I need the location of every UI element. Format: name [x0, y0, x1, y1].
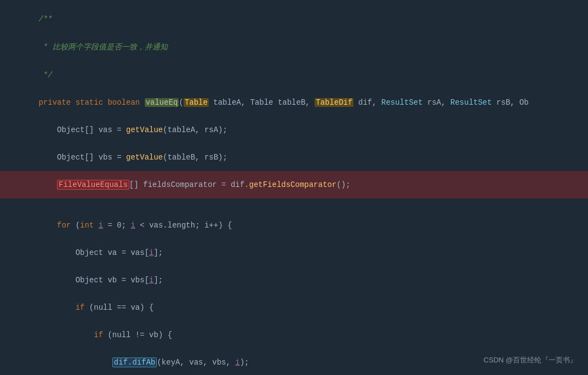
- code-line: [0, 198, 588, 212]
- code-line: Object[] vbs = getValue(tableB, rsB);: [0, 144, 588, 171]
- code-line: if (null != vb) {: [0, 321, 588, 349]
- code-line: for (int i = 0; i < vas.length; i++) {: [0, 212, 588, 239]
- code-line-highlighted: FileValueEquals[] fieldsComparator = dif…: [0, 171, 588, 198]
- code-line: Object vb = vbs[i];: [0, 266, 588, 294]
- code-line: * 比较两个字段值是否一致，并通知: [0, 33, 588, 61]
- code-line: Object[] vas = getValue(tableA, rsA);: [0, 116, 588, 144]
- watermark: CSDN @百世经纶『一页书』: [483, 355, 577, 365]
- code-line: private static boolean valueEq(Table tab…: [0, 89, 588, 116]
- code-line: Object va = vas[i];: [0, 239, 588, 266]
- code-view: /** * 比较两个字段值是否一致，并通知 */ private static …: [0, 0, 588, 375]
- code-line: if (null == va) {: [0, 294, 588, 321]
- code-line: */: [0, 61, 588, 89]
- code-line: /**: [0, 5, 588, 33]
